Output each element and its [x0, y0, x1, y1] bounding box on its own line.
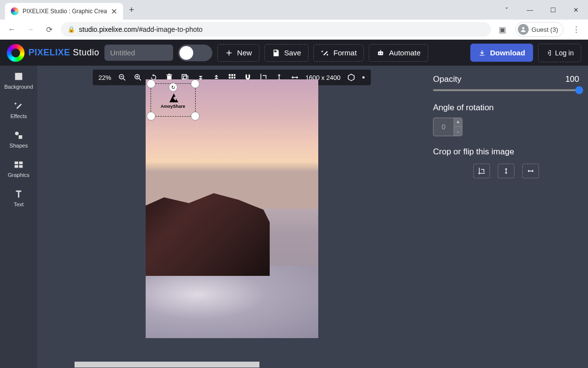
- window-controls: ˅ — ☐ ✕: [496, 2, 588, 17]
- download-label: Download: [490, 49, 525, 57]
- document-title-input[interactable]: [104, 45, 173, 61]
- sidebar-label: Text: [14, 201, 24, 207]
- format-button[interactable]: Format: [313, 44, 364, 62]
- flip-horizontal-button[interactable]: [522, 164, 539, 178]
- download-icon: [478, 49, 486, 57]
- forward-button[interactable]: →: [24, 23, 37, 36]
- crop-label: Crop or flip this image: [433, 147, 579, 157]
- wand-icon: [321, 49, 330, 57]
- minimize-button[interactable]: —: [519, 2, 541, 17]
- zoom-value: 22%: [99, 74, 111, 81]
- new-tab-button[interactable]: +: [125, 5, 138, 15]
- resize-handle-bl[interactable]: [147, 112, 155, 121]
- new-button[interactable]: New: [217, 44, 259, 62]
- zoom-out-button[interactable]: [117, 73, 127, 82]
- automate-button[interactable]: Automate: [369, 44, 428, 62]
- reload-button[interactable]: ⟳: [42, 23, 56, 36]
- svg-rect-16: [233, 74, 235, 76]
- tab-bar: PIXELIXE Studio : Graphic Crea ✕ + ˅ — ☐…: [0, 0, 588, 20]
- sidebar-item-effects[interactable]: Effects: [0, 95, 37, 124]
- svg-rect-5: [19, 135, 22, 139]
- rotation-increase[interactable]: +: [454, 118, 462, 127]
- tab-favicon-icon: [11, 7, 19, 15]
- svg-rect-19: [233, 77, 235, 79]
- svg-rect-8: [15, 165, 18, 168]
- svg-rect-20: [362, 76, 364, 78]
- browser-tab[interactable]: PIXELIXE Studio : Graphic Crea ✕: [5, 3, 123, 20]
- sidebar-label: Graphics: [8, 172, 29, 178]
- logo-text: PIXELIXE Studio: [28, 48, 100, 58]
- rotate-handle[interactable]: ↻: [169, 83, 178, 92]
- image-icon: [13, 71, 24, 82]
- svg-point-3: [381, 52, 382, 53]
- rotation-stepper[interactable]: 0 + -: [433, 118, 462, 136]
- resize-handle-br[interactable]: [191, 112, 200, 121]
- login-button[interactable]: Log in: [538, 44, 581, 62]
- close-window-button[interactable]: ✕: [565, 2, 587, 17]
- resize-handle-tr[interactable]: [191, 79, 200, 88]
- svg-point-4: [15, 132, 19, 135]
- shapes-icon: [13, 130, 24, 141]
- svg-rect-15: [231, 74, 233, 76]
- zoom-in-button[interactable]: [133, 73, 143, 82]
- flip-vertical-button[interactable]: [498, 164, 514, 178]
- svg-rect-17: [229, 77, 230, 79]
- panel-icon[interactable]: ▣: [496, 23, 510, 36]
- canvas[interactable]: AmoyShare ↻: [146, 79, 318, 338]
- sidebar-item-graphics[interactable]: Graphics: [0, 154, 37, 183]
- save-button[interactable]: Save: [264, 44, 308, 62]
- app: PIXELIXE Studio New Save Format Automate…: [0, 40, 588, 368]
- sidebar-item-text[interactable]: Text: [0, 183, 37, 213]
- chevron-down-icon[interactable]: ˅: [496, 2, 518, 17]
- svg-rect-1: [378, 51, 383, 55]
- plus-icon: [225, 49, 233, 57]
- cube-button[interactable]: [346, 73, 356, 82]
- automate-label: Automate: [389, 49, 420, 57]
- profile-chip[interactable]: Guest (3): [515, 22, 563, 37]
- toggle-knob: [179, 46, 193, 60]
- canvas-area[interactable]: 22% 1600 x 2400: [37, 66, 426, 368]
- menu-icon[interactable]: ⋮: [569, 23, 583, 36]
- svg-point-2: [379, 52, 380, 53]
- canvas-image: AmoyShare ↻: [146, 79, 318, 338]
- new-label: New: [237, 49, 252, 57]
- crop-image-button[interactable]: [473, 164, 490, 178]
- svg-rect-14: [229, 74, 230, 76]
- app-body: Background Effects Shapes Graphics Text: [0, 66, 588, 368]
- resize-handle-tl[interactable]: [147, 79, 155, 88]
- browser-chrome: PIXELIXE Studio : Graphic Crea ✕ + ˅ — ☐…: [0, 0, 588, 40]
- back-button[interactable]: ←: [5, 23, 19, 36]
- rotation-label: Angle of rotation: [433, 103, 579, 113]
- theme-toggle[interactable]: [178, 45, 212, 61]
- logo-ring-icon: [7, 44, 25, 62]
- svg-rect-6: [15, 162, 18, 165]
- download-button[interactable]: Download: [470, 44, 533, 62]
- selection-box[interactable]: AmoyShare ↻: [151, 83, 196, 117]
- opacity-slider[interactable]: [433, 89, 579, 91]
- sidebar-item-shapes[interactable]: Shapes: [0, 124, 37, 154]
- maximize-button[interactable]: ☐: [542, 2, 564, 17]
- app-logo[interactable]: PIXELIXE Studio: [7, 44, 100, 62]
- format-label: Format: [333, 49, 357, 57]
- svg-rect-9: [19, 165, 23, 168]
- tab-title: PIXELIXE Studio : Graphic Crea: [23, 8, 107, 15]
- url-input[interactable]: 🔒 studio.pixelixe.com/#add-image-to-phot…: [61, 22, 491, 37]
- svg-rect-18: [231, 77, 233, 79]
- sidebar-item-background[interactable]: Background: [0, 66, 37, 95]
- more-button[interactable]: [362, 73, 365, 82]
- avatar-icon: [518, 24, 529, 35]
- slider-thumb[interactable]: [575, 86, 583, 94]
- lock-icon: 🔒: [68, 26, 75, 33]
- robot-icon: [376, 49, 385, 57]
- tab-close-icon[interactable]: ✕: [111, 7, 117, 16]
- app-header: PIXELIXE Studio New Save Format Automate…: [0, 40, 588, 66]
- sidebar-label: Shapes: [9, 143, 27, 148]
- text-icon: [13, 189, 24, 199]
- horizontal-scrollbar[interactable]: [75, 362, 259, 368]
- sidebar: Background Effects Shapes Graphics Text: [0, 66, 37, 368]
- login-icon: [545, 49, 552, 56]
- sidebar-label: Background: [4, 84, 33, 90]
- rotation-decrease[interactable]: -: [454, 127, 462, 136]
- graphics-icon: [13, 159, 24, 170]
- svg-point-0: [522, 27, 524, 29]
